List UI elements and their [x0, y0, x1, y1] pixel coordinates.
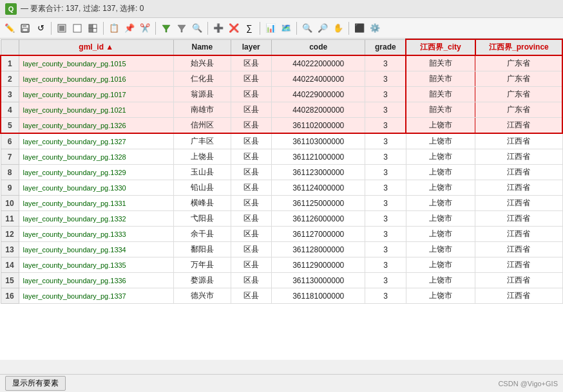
table-row[interactable]: 10layer_county_boundary_pg.1331横峰县区县3611… [1, 196, 562, 211]
cell-grade: 3 [365, 102, 406, 118]
svg-rect-6 [89, 24, 93, 28]
table-row[interactable]: 11layer_county_boundary_pg.1332弋阳县区县3611… [1, 211, 562, 227]
layout-btn[interactable]: ⬛ [352, 21, 367, 35]
cell-province: 江西省 [475, 180, 562, 196]
invert-btn[interactable] [86, 21, 100, 35]
zoom2-btn[interactable]: 🔎 [316, 21, 330, 35]
cell-province: 江西省 [475, 242, 562, 257]
cell-city: 上饶市 [406, 149, 475, 165]
col-header-code[interactable]: code [271, 39, 365, 55]
calc-btn[interactable]: ∑ [242, 21, 256, 35]
col-header-rownum [1, 39, 19, 55]
cell-city: 上饶市 [406, 196, 475, 211]
paste-btn[interactable]: 📌 [122, 21, 137, 35]
cell-province: 江西省 [475, 288, 562, 304]
col-header-province[interactable]: 江西界_province [475, 39, 562, 55]
refresh-btn[interactable]: ↺ [33, 21, 48, 35]
svg-rect-2 [23, 28, 28, 32]
table-row[interactable]: 12layer_county_boundary_pg.1333余干县区县3611… [1, 227, 562, 242]
cell-name: 鄱阳县 [174, 242, 231, 257]
cell-gml-id: layer_county_boundary_pg.1337 [19, 288, 174, 304]
cell-province: 江西省 [475, 257, 562, 273]
cell-layer: 区县 [231, 242, 271, 257]
deselect-btn[interactable] [70, 21, 84, 35]
cell-layer: 区县 [231, 71, 271, 87]
cell-city: 上饶市 [406, 273, 475, 288]
table-row[interactable]: 2layer_county_boundary_pg.1016仁化县区县44022… [1, 71, 562, 87]
svg-rect-5 [73, 24, 81, 32]
cell-province: 江西省 [475, 118, 562, 134]
pan-btn[interactable]: ✋ [331, 21, 345, 35]
cell-layer: 区县 [231, 273, 271, 288]
stats-btn[interactable]: 📊 [263, 21, 278, 35]
cell-city: 韶关市 [406, 87, 475, 102]
cell-province: 广东省 [475, 102, 562, 118]
save-btn[interactable] [18, 21, 32, 35]
delete-btn[interactable]: ✂️ [138, 21, 152, 35]
table-row[interactable]: 8layer_county_boundary_pg.1329玉山县区县36112… [1, 165, 562, 180]
cell-name: 铅山县 [174, 180, 231, 196]
cell-province: 广东省 [475, 55, 562, 71]
search-btn[interactable]: 🔍 [190, 21, 204, 35]
col-header-name[interactable]: Name [174, 39, 231, 55]
cell-code: 361127000000 [271, 227, 365, 242]
filter-btn[interactable] [159, 21, 173, 35]
cell-rownum: 11 [1, 211, 19, 227]
col-header-gml-id[interactable]: gml_id ▲ [19, 39, 174, 55]
cell-name: 信州区 [174, 118, 231, 134]
cell-grade: 3 [365, 196, 406, 211]
add-col-btn[interactable]: ➕ [211, 21, 225, 35]
map-btn[interactable]: 🗺️ [279, 21, 293, 35]
svg-marker-10 [162, 25, 170, 32]
col-header-city[interactable]: 江西界_city [406, 39, 475, 55]
table-row[interactable]: 6layer_county_boundary_pg.1327广丰区区县36110… [1, 133, 562, 149]
cell-grade: 3 [365, 211, 406, 227]
cell-code: 361128000000 [271, 242, 365, 257]
cell-grade: 3 [365, 227, 406, 242]
cell-grade: 3 [365, 242, 406, 257]
cell-rownum: 15 [1, 273, 19, 288]
table-row[interactable]: 3layer_county_boundary_pg.1017翁源县区县44022… [1, 87, 562, 102]
cell-rownum: 14 [1, 257, 19, 273]
col-header-layer[interactable]: layer [231, 39, 271, 55]
cell-city: 上饶市 [406, 165, 475, 180]
cell-province: 江西省 [475, 149, 562, 165]
zoom-btn[interactable]: 🔍 [300, 21, 314, 35]
toolbar-sep-1 [51, 22, 52, 35]
cell-gml-id: layer_county_boundary_pg.1335 [19, 257, 174, 273]
svg-marker-11 [178, 25, 186, 32]
cell-rownum: 10 [1, 196, 19, 211]
edit-btn[interactable]: ✏️ [3, 21, 17, 35]
table-row[interactable]: 15layer_county_boundary_pg.1336婺源县区县3611… [1, 273, 562, 288]
table-row[interactable]: 7layer_county_boundary_pg.1328上饶县区县36112… [1, 149, 562, 165]
cell-gml-id: layer_county_boundary_pg.1330 [19, 180, 174, 196]
remove-col-btn[interactable]: ❌ [227, 21, 241, 35]
table-row[interactable]: 5layer_county_boundary_pg.1326信州区区县36110… [1, 118, 562, 134]
cell-city: 上饶市 [406, 288, 475, 304]
cell-province: 江西省 [475, 133, 562, 149]
filter2-btn[interactable] [175, 21, 189, 35]
cell-name: 婺源县 [174, 273, 231, 288]
cell-code: 440224000000 [271, 71, 365, 87]
cell-city: 上饶市 [406, 242, 475, 257]
table-row[interactable]: 16layer_county_boundary_pg.1337德兴市区县3611… [1, 288, 562, 304]
watermark-text: CSDN @Vigo+GIS [498, 380, 558, 387]
cell-rownum: 6 [1, 133, 19, 149]
cell-province: 广东省 [475, 87, 562, 102]
cell-name: 余干县 [174, 227, 231, 242]
toolbar-sep-3 [155, 22, 156, 35]
select-all-btn[interactable] [55, 21, 69, 35]
config-btn[interactable]: ⚙️ [368, 21, 382, 35]
cell-gml-id: layer_county_boundary_pg.1016 [19, 71, 174, 87]
table-row[interactable]: 13layer_county_boundary_pg.1334鄱阳县区县3611… [1, 242, 562, 257]
table-row[interactable]: 1layer_county_boundary_pg.1015始兴县区县44022… [1, 55, 562, 71]
show-all-button[interactable]: 显示所有要素 [5, 376, 66, 391]
table-row[interactable]: 14layer_county_boundary_pg.1335万年县区县3611… [1, 257, 562, 273]
cell-code: 440282000000 [271, 102, 365, 118]
col-header-grade[interactable]: grade [365, 39, 406, 55]
cell-layer: 区县 [231, 55, 271, 71]
table-row[interactable]: 4layer_county_boundary_pg.1021南雄市区县44028… [1, 102, 562, 118]
copy-btn[interactable]: 📋 [107, 21, 121, 35]
table-container[interactable]: gml_id ▲ Name layer code grade 江西界_city … [0, 39, 563, 360]
table-row[interactable]: 9layer_county_boundary_pg.1330铅山县区县36112… [1, 180, 562, 196]
